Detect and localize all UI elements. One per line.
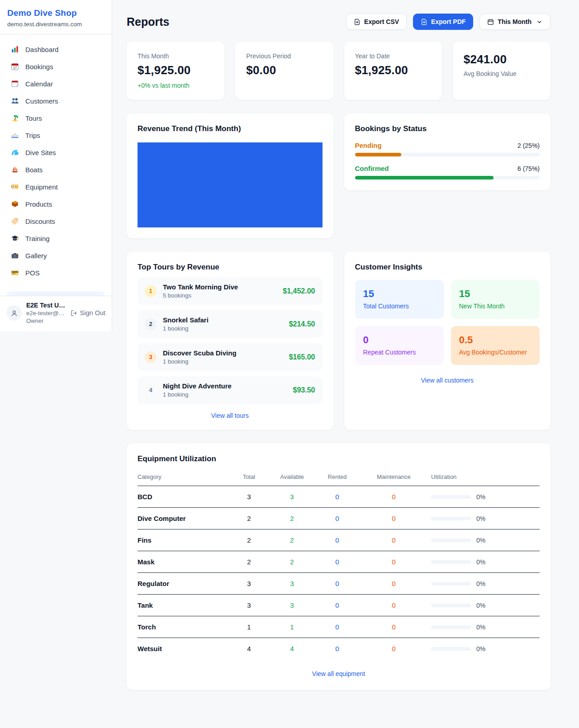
cell-maintenance: 0 — [361, 645, 427, 652]
stat-delta: +0% vs last month — [138, 82, 214, 89]
card-title: Revenue Trend (This Month) — [138, 124, 323, 133]
stat-label: Avg Booking Value — [464, 70, 540, 77]
status-count: 2 (25%) — [517, 142, 540, 149]
avatar — [6, 305, 22, 321]
tour-revenue: $93.50 — [293, 386, 315, 394]
speedboat-icon — [11, 131, 19, 139]
tour-name: Night Dive Adventure — [163, 382, 287, 390]
tour-row: 2 Snorkel Safari1 booking $214.50 — [138, 310, 323, 338]
user-role: Owner — [26, 317, 66, 324]
table-row: BCD 3 3 0 0 0% — [138, 486, 540, 508]
tour-bookings: 1 booking — [163, 358, 283, 365]
cell-total: 2 — [228, 558, 271, 566]
table-row: Torch 1 1 0 0 0% — [138, 616, 540, 638]
view-all-tours-link[interactable]: View all tours — [138, 412, 323, 419]
shop-domain: demo.test.divestreams.com — [7, 21, 104, 28]
tour-name: Two Tank Morning Dive — [163, 283, 276, 291]
cell-available: 4 — [271, 645, 313, 652]
stat-label: Previous Period — [246, 52, 322, 60]
export-csv-button[interactable]: Export CSV — [346, 14, 407, 30]
cell-maintenance: 0 — [361, 536, 427, 544]
tile-label: Total Customers — [363, 303, 436, 310]
stat-card-avg-booking: $241.00 Avg Booking Value — [453, 42, 551, 100]
bar-chart-icon — [11, 45, 19, 53]
utilization-bar — [431, 647, 471, 651]
table-row: Dive Computer 2 2 0 0 0% — [138, 508, 540, 529]
sign-out-button[interactable]: Sign Out — [71, 309, 105, 317]
cell-available: 1 — [271, 623, 313, 631]
shop-name: Demo Dive Shop — [7, 8, 104, 18]
col-rented: Rented — [313, 473, 361, 480]
sidebar-item-tours[interactable]: Tours — [5, 109, 107, 127]
status-bar-fill — [355, 153, 401, 156]
cell-total: 3 — [228, 493, 271, 501]
sidebar-item-equipment[interactable]: Equipment — [5, 178, 107, 195]
tile-avg-bookings: 0.5 Avg Bookings/Customer — [451, 326, 540, 365]
sidebar-item-products[interactable]: Products — [5, 195, 107, 213]
sidebar-item-gallery[interactable]: Gallery — [5, 247, 107, 264]
sidebar-item-reports-active-partial[interactable] — [7, 291, 104, 296]
tour-bookings: 5 bookings — [163, 292, 276, 299]
view-all-equipment-link[interactable]: View all equipment — [138, 670, 540, 677]
sidebar-item-customers[interactable]: Customers — [5, 92, 107, 109]
cell-category: Tank — [138, 601, 228, 609]
utilization-bar — [431, 539, 471, 542]
tour-row: 3 Discover Scuba Diving1 booking $165.00 — [138, 343, 323, 371]
stat-value: $0.00 — [246, 63, 322, 77]
tile-value: 15 — [363, 288, 436, 300]
sidebar-item-pos[interactable]: POS — [5, 264, 107, 281]
status-row-confirmed: Confirmed 6 (75%) — [355, 165, 540, 180]
tour-bookings: 1 booking — [163, 325, 283, 332]
col-available: Available — [271, 473, 313, 480]
sidebar-item-calendar[interactable]: Calendar — [5, 75, 107, 92]
graduation-cap-icon — [11, 234, 19, 242]
tile-new-this-month: 15 New This Month — [451, 280, 540, 319]
cell-total: 3 — [228, 580, 271, 587]
col-total: Total — [228, 473, 271, 480]
cell-rented: 0 — [313, 601, 361, 609]
equipment-table-header: Category Total Available Rented Maintena… — [138, 473, 540, 486]
utilization-bar — [431, 517, 471, 520]
sidebar-item-dashboard[interactable]: Dashboard — [5, 41, 107, 58]
cell-maintenance: 0 — [361, 623, 427, 631]
tour-revenue: $165.00 — [289, 353, 315, 361]
utilization-bar — [431, 495, 471, 499]
svg-text:17: 17 — [13, 66, 17, 70]
cell-category: BCD — [138, 493, 228, 501]
user-meta: E2E Test U… e2e-tester@… Owner — [26, 302, 66, 324]
stat-value: $241.00 — [464, 52, 540, 66]
cell-maintenance: 0 — [361, 558, 427, 566]
cell-rented: 0 — [313, 536, 361, 544]
sidebar-item-bookings[interactable]: 17 Bookings — [5, 58, 107, 75]
calendar-icon — [487, 19, 494, 25]
export-pdf-button[interactable]: Export PDF — [413, 14, 473, 30]
utilization-bar — [431, 582, 471, 586]
table-row: Tank 3 3 0 0 0% — [138, 595, 540, 616]
sidebar-item-dive-sites[interactable]: Dive Sites — [5, 144, 107, 161]
cell-utilization: 0% — [427, 602, 540, 609]
tour-row: 1 Two Tank Morning Dive5 bookings $1,452… — [138, 277, 323, 305]
status-label: Pending — [355, 142, 382, 149]
sidebar-item-trips[interactable]: Trips — [5, 127, 107, 144]
cell-maintenance: 0 — [361, 580, 427, 587]
sidebar-item-boats[interactable]: Boats — [5, 161, 107, 178]
cell-utilization: 0% — [427, 558, 540, 566]
top-tours-card: Top Tours by Revenue 1 Two Tank Morning … — [127, 252, 333, 430]
sidebar-item-training[interactable]: Training — [5, 230, 107, 247]
period-dropdown[interactable]: This Month — [479, 14, 551, 30]
stat-card-year-to-date: Year to Date $1,925.00 — [344, 42, 442, 100]
stat-value: $1,925.00 — [355, 63, 431, 77]
people-icon — [11, 97, 19, 105]
utilization-percent: 0% — [476, 493, 485, 501]
utilization-percent: 0% — [476, 558, 485, 566]
utilization-percent: 0% — [476, 537, 485, 544]
cell-total: 3 — [228, 601, 271, 609]
customer-insights-card: Customer Insights 15 Total Customers 15 … — [344, 252, 551, 430]
view-all-customers-link[interactable]: View all customers — [355, 377, 540, 384]
stat-card-this-month: This Month $1,925.00 +0% vs last month — [127, 42, 224, 100]
sidebar-item-discounts[interactable]: Discounts — [5, 213, 107, 230]
cell-category: Wetsuit — [138, 645, 228, 652]
app-root: Demo Dive Shop demo.test.divestreams.com… — [0, 0, 579, 728]
utilization-bar — [431, 625, 471, 629]
cell-utilization: 0% — [427, 624, 540, 631]
